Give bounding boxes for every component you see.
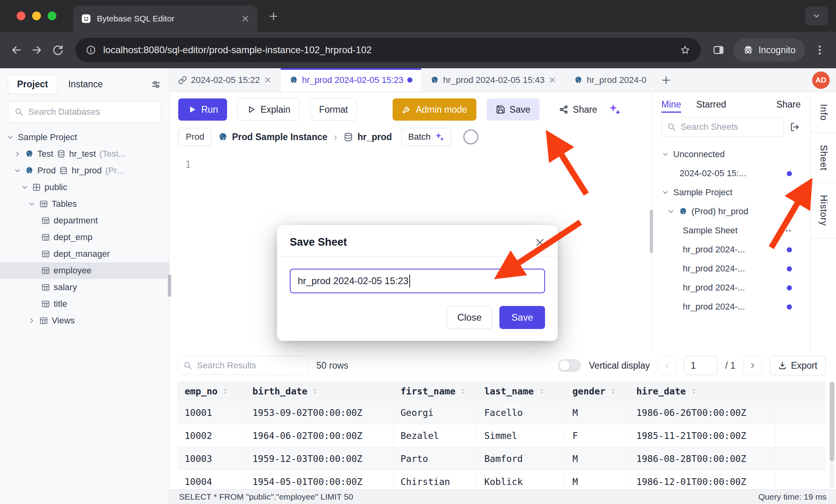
column-header[interactable]: gender — [565, 381, 629, 401]
sheet-item[interactable]: Sample Project — [652, 183, 810, 202]
sort-icon[interactable] — [690, 387, 698, 395]
sidebar-resize-handle[interactable] — [168, 275, 171, 297]
dialog-close-button[interactable]: Close — [447, 306, 492, 329]
sort-icon[interactable] — [609, 387, 617, 395]
collapse-panel-icon[interactable] — [790, 121, 801, 133]
dock-tab[interactable]: Info — [811, 92, 836, 133]
chevron-down-icon[interactable] — [6, 133, 14, 141]
sort-icon[interactable] — [459, 387, 467, 395]
export-button[interactable]: Export — [770, 356, 826, 375]
browser-menu-icon[interactable] — [814, 44, 826, 56]
sheet-name-input[interactable]: hr_prod 2024-02-05 15:23 — [290, 269, 545, 293]
chevron-down-icon[interactable] — [661, 150, 669, 158]
table-row[interactable]: 100031959-12-03T00:00:00ZPartoBamfordM19… — [177, 447, 826, 470]
column-header[interactable]: first_name — [393, 381, 477, 401]
table-row[interactable]: 100011953-09-02T00:00:00ZGeorgiFacelloM1… — [177, 401, 826, 424]
worksheet-tab[interactable]: 2024-02-05 15:22 — [170, 68, 281, 92]
scrollbar-thumb[interactable] — [830, 382, 834, 461]
results-search[interactable] — [177, 356, 308, 375]
sheet-item[interactable]: Sample Sheet — [652, 221, 810, 240]
chevron-down-icon[interactable] — [21, 183, 29, 191]
window-close-button[interactable] — [17, 12, 25, 20]
dock-tab[interactable]: History — [811, 183, 836, 239]
admin-mode-button[interactable]: Admin mode — [393, 98, 476, 121]
url-bar[interactable]: localhost:8080/sql-editor/prod-sample-in… — [75, 38, 701, 62]
save-button[interactable]: Save — [487, 98, 539, 121]
sheet-item[interactable]: 2024-02-05 15:... — [652, 164, 810, 183]
sheet-item[interactable]: (Prod) hr_prod — [652, 202, 810, 221]
sort-icon[interactable] — [311, 387, 319, 395]
filter-icon[interactable] — [151, 79, 161, 90]
tab-list-button[interactable] — [805, 6, 828, 25]
tree-item[interactable]: title — [0, 296, 169, 312]
next-page-button[interactable] — [744, 356, 762, 375]
sheet-search-input[interactable] — [681, 122, 778, 132]
close-tab-icon[interactable] — [549, 76, 556, 84]
page-input[interactable] — [684, 356, 717, 375]
results-search-input[interactable] — [197, 360, 302, 371]
tree-item[interactable]: Tables — [0, 196, 169, 212]
explain-button[interactable]: Explain — [237, 98, 299, 121]
results-scrollbar[interactable] — [830, 382, 834, 488]
worksheet-tab[interactable]: hr_prod 2024-02-05 15:43 — [422, 68, 565, 92]
tree-item[interactable]: Test hr_test (Test... — [0, 146, 169, 162]
chevron-right-icon[interactable] — [28, 317, 36, 325]
back-icon[interactable] — [10, 44, 22, 56]
sheet-item[interactable]: Unconnected — [652, 145, 810, 164]
ai-assistant-icon[interactable] — [463, 129, 478, 144]
prev-page-button[interactable] — [658, 356, 676, 375]
sheet-item[interactable]: hr_prod 2024-... — [652, 240, 810, 259]
tree-item[interactable]: salary — [0, 279, 169, 296]
sheet-item[interactable]: hr_prod 2024-... — [652, 278, 810, 297]
tree-item[interactable]: Sample Project — [0, 129, 169, 146]
table-row[interactable]: 100021964-06-02T00:00:00ZBezalelSimmelF1… — [177, 424, 826, 447]
panel-resize-handle[interactable] — [650, 210, 653, 253]
sidebar-tab[interactable]: Instance — [60, 75, 112, 94]
environment-chip[interactable]: Prod — [178, 128, 212, 146]
page-number-input[interactable] — [691, 360, 711, 371]
tree-item[interactable]: Prod hr_prod (Pr... — [0, 162, 169, 179]
share-button[interactable]: Share — [550, 98, 600, 121]
browser-tab[interactable]: Bytebase SQL Editor — [73, 6, 257, 32]
sidebar-tab[interactable]: Project — [8, 75, 57, 94]
worksheet-tab[interactable]: hr_prod 2024-0 — [565, 68, 655, 92]
window-minimize-button[interactable] — [32, 12, 41, 20]
sheet-item[interactable]: hr_prod 2024-... — [652, 259, 810, 278]
sheet-tab[interactable]: Share — [776, 99, 801, 110]
sheet-search[interactable] — [661, 117, 784, 137]
tree-item[interactable]: dept_emp — [0, 229, 169, 246]
chevron-down-icon[interactable] — [13, 167, 21, 175]
chevron-down-icon[interactable] — [661, 189, 669, 196]
more-menu-icon[interactable] — [782, 225, 792, 236]
tree-item[interactable]: employee — [0, 262, 169, 279]
tab-close-icon[interactable] — [241, 15, 249, 23]
vertical-display-toggle[interactable] — [558, 359, 581, 372]
sort-icon[interactable] — [538, 387, 546, 395]
chevron-down-icon[interactable] — [667, 208, 675, 215]
user-avatar[interactable]: AD — [812, 71, 830, 89]
new-tab-button[interactable] — [268, 11, 279, 21]
window-zoom-button[interactable] — [48, 12, 56, 20]
tree-item[interactable]: dept_manager — [0, 246, 169, 262]
dialog-close-icon[interactable] — [535, 237, 545, 248]
table-row[interactable]: 100041954-05-01T00:00:00ZChirstianKoblic… — [177, 470, 826, 489]
run-button[interactable]: Run — [178, 98, 227, 121]
column-header[interactable]: birth_date — [245, 381, 393, 401]
sheet-tab[interactable]: Mine — [661, 99, 681, 110]
column-header[interactable]: hire_date — [629, 381, 776, 401]
side-panel-icon[interactable] — [713, 44, 724, 56]
sheet-item[interactable]: hr_prod 2024-... — [652, 297, 810, 316]
database-search-input[interactable] — [28, 107, 154, 117]
dialog-save-button[interactable]: Save — [499, 306, 545, 329]
new-worksheet-button[interactable] — [661, 75, 671, 85]
column-header[interactable]: emp_no — [177, 381, 245, 401]
tree-item[interactable]: Views — [0, 312, 169, 329]
batch-button[interactable]: Batch — [401, 128, 451, 146]
sheet-tab[interactable]: Starred — [696, 99, 726, 110]
close-tab-icon[interactable] — [264, 76, 272, 84]
tree-item[interactable]: department — [0, 212, 169, 229]
tree-item[interactable]: public — [0, 179, 169, 196]
database-crumb[interactable]: hr_prod — [343, 132, 392, 142]
chevron-down-icon[interactable] — [28, 200, 36, 208]
worksheet-tab[interactable]: hr_prod 2024-02-05 15:23 — [281, 68, 422, 92]
